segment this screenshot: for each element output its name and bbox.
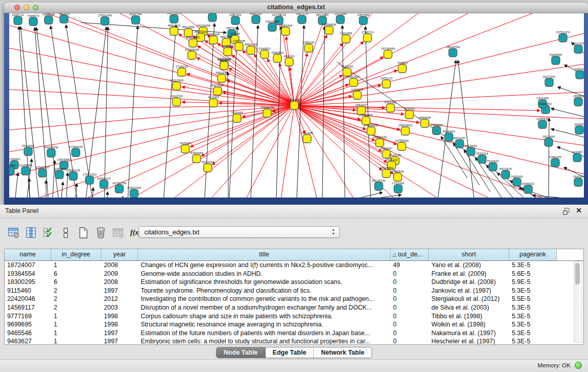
cell-out_de[interactable]: 0 — [390, 278, 429, 287]
cell-name[interactable]: 14569117 — [5, 303, 51, 312]
cell-pagerank[interactable]: 5.3E-5 — [509, 261, 557, 270]
cell-in_degree[interactable]: 6 — [51, 270, 101, 278]
node-teal-6466160[interactable] — [252, 15, 260, 24]
node-yellow-19756928[interactable] — [398, 142, 406, 150]
cell-name[interactable]: 9115460 — [5, 287, 51, 295]
cell-short[interactable]: Stergiakouli et al. (2012) — [429, 295, 509, 303]
node-yellow-1321640[interactable] — [353, 91, 361, 99]
cell-name[interactable]: 22420046 — [5, 295, 51, 303]
node-yellow-11254304[interactable] — [281, 27, 290, 35]
node-teal-7405572[interactable] — [29, 17, 37, 26]
cell-in_degree[interactable]: 1 — [51, 337, 101, 345]
node-teal-1621064[interactable] — [545, 138, 553, 146]
node-yellow-9415492[interactable] — [386, 104, 395, 112]
cell-out_de[interactable]: 0 — [390, 303, 429, 312]
node-yellow-8763444[interactable] — [192, 155, 201, 163]
table-row[interactable]: 1456911722003Disruption of a novel membe… — [5, 303, 583, 312]
node-yellow-8186328[interactable] — [209, 36, 217, 44]
cell-name[interactable]: 18300295 — [5, 278, 51, 287]
node-teal-15135141[interactable] — [375, 182, 383, 190]
cell-year[interactable]: 2008 — [101, 278, 138, 287]
node-yellow-10688609[interactable] — [367, 127, 375, 135]
node-hub-18724007[interactable] — [290, 101, 298, 110]
select-rows-icon[interactable] — [42, 226, 55, 239]
close-panel-icon[interactable]: ✕ — [576, 206, 582, 214]
node-teal-9245022[interactable] — [524, 185, 532, 193]
cell-title[interactable]: Investigating the contribution of common… — [138, 295, 390, 303]
cell-short[interactable]: Wolkin et al. (1998) — [429, 320, 509, 329]
import-table-icon[interactable] — [112, 226, 125, 239]
cell-in_degree[interactable]: 1 — [51, 329, 101, 338]
node-yellow-9175685[interactable] — [224, 48, 232, 56]
cell-year[interactable]: 2003 — [101, 303, 138, 312]
cell-pagerank[interactable]: 5.3E-5 — [509, 337, 557, 345]
node-yellow-1568520[interactable] — [273, 54, 281, 62]
column-header-year[interactable]: year — [101, 249, 138, 260]
node-yellow-9617044[interactable] — [204, 164, 212, 172]
node-teal-8331794[interactable] — [132, 16, 140, 24]
table-vertical-scrollbar[interactable] — [574, 261, 582, 343]
table-row[interactable]: 946362711997Embryonic stem cells: a mode… — [5, 337, 583, 345]
node-yellow-9242844[interactable] — [220, 61, 228, 70]
node-teal-1569293[interactable] — [551, 159, 559, 167]
node-yellow-8454743[interactable] — [247, 46, 255, 54]
cell-in_degree[interactable]: 1 — [51, 312, 101, 321]
cell-short[interactable]: Yano et al. (2008) — [429, 261, 509, 270]
node-teal-16782759[interactable] — [115, 185, 123, 193]
node-teal-9474444[interactable] — [467, 147, 475, 156]
node-yellow-748503[interactable] — [398, 64, 406, 73]
node-teal-12923448[interactable] — [130, 189, 138, 198]
node-teal-6879197[interactable] — [455, 140, 464, 148]
new-document-icon[interactable] — [77, 226, 90, 239]
node-yellow-7615443[interactable] — [233, 114, 241, 122]
cell-out_de[interactable]: 0 — [390, 320, 429, 329]
cell-short[interactable]: Franke et al. (2009) — [429, 270, 509, 278]
node-teal-1527602[interactable] — [231, 16, 239, 25]
node-teal-1635721[interactable] — [14, 16, 22, 25]
cell-out_de[interactable]: 0 — [390, 295, 429, 303]
column-header-name[interactable]: name — [5, 249, 51, 260]
cell-title[interactable]: Changes of HCN gene expression and I(f) … — [138, 261, 390, 270]
node-teal-1733426[interactable] — [394, 185, 402, 193]
node-yellow-19654923[interactable] — [401, 127, 409, 135]
node-yellow-1697427[interactable] — [350, 78, 358, 86]
node-yellow-1748713[interactable] — [363, 34, 372, 42]
column-header-title[interactable]: title — [138, 249, 390, 260]
node-teal-8471676[interactable] — [502, 170, 510, 179]
node-teal-9227343[interactable] — [545, 78, 553, 86]
cell-in_degree[interactable]: 1 — [51, 261, 101, 270]
column-header-short[interactable]: short — [429, 249, 509, 260]
row-height-icon[interactable] — [59, 226, 73, 239]
tab-edge-table[interactable]: Edge Table — [266, 347, 314, 358]
node-teal-122743[interactable] — [574, 45, 582, 53]
cell-out_de[interactable]: 0 — [390, 270, 429, 278]
table-row[interactable]: 1872400712008Changes of HCN gene express… — [5, 261, 583, 270]
node-teal-15751074[interactable] — [559, 34, 567, 42]
node-teal-20206536[interactable] — [47, 149, 55, 157]
node-yellow-822203[interactable] — [285, 58, 293, 66]
cell-in_degree[interactable]: 2 — [51, 287, 101, 295]
cell-year[interactable]: 1998 — [101, 320, 138, 329]
node-teal-1057489[interactable] — [359, 16, 367, 25]
cell-short[interactable]: Jankovic et al. (1997) — [429, 287, 509, 295]
cell-pagerank[interactable]: 5.3E-5 — [509, 329, 557, 338]
node-teal-1921898[interactable] — [336, 15, 344, 24]
cell-short[interactable]: Hescheler et al. (1997) — [429, 337, 509, 345]
cell-title[interactable]: Embryonic stem cells: a model to study s… — [138, 337, 390, 345]
node-teal-8938924[interactable] — [445, 133, 453, 141]
node-teal-16033809[interactable] — [208, 13, 216, 21]
node-teal-16958107[interactable] — [100, 180, 108, 188]
node-teal-391531[interactable] — [9, 167, 14, 175]
cell-short[interactable]: Tibbo et al. (1998) — [429, 312, 509, 321]
node-yellow-2367608[interactable] — [235, 42, 243, 51]
cell-out_de[interactable]: 0 — [390, 337, 429, 345]
cell-year[interactable]: 1998 — [101, 312, 138, 321]
node-yellow-7625420[interactable] — [181, 145, 189, 153]
cell-pagerank[interactable]: 5.3E-5 — [509, 303, 557, 312]
cell-title[interactable]: Genome-wide association studies in ADHD. — [138, 270, 390, 278]
node-teal-17359928[interactable] — [72, 148, 80, 157]
node-yellow-1513445[interactable] — [303, 135, 311, 143]
table-row[interactable]: 2242004622012Investigating the contribut… — [5, 295, 583, 303]
node-yellow-22420046[interactable] — [188, 51, 196, 59]
cell-out_de[interactable]: 0 — [390, 312, 429, 321]
